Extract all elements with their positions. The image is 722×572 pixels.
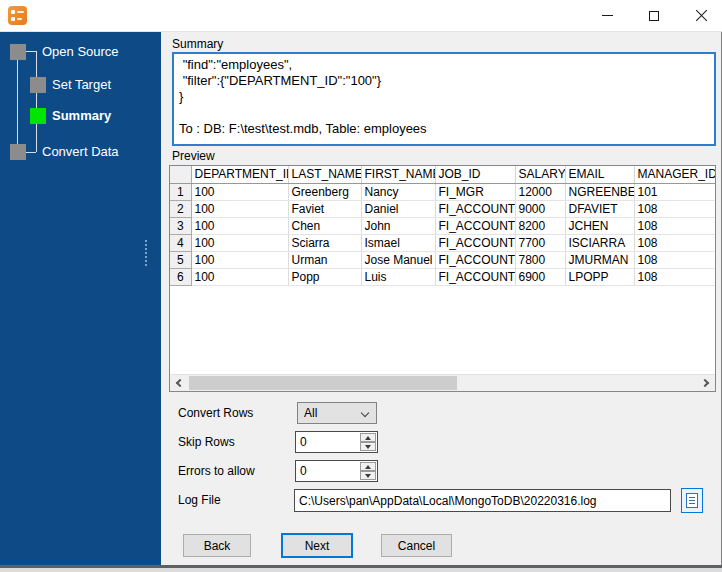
maximize-button[interactable] (637, 0, 671, 31)
preview-grid[interactable]: DEPARTMENT_IDLAST_NAMEFIRST_NAMEJOB_IDSA… (169, 165, 716, 392)
app-icon-detail (11, 10, 15, 14)
row-number: 6 (170, 268, 191, 285)
skip-rows-stepper (295, 431, 378, 453)
errors-increment-button[interactable] (360, 462, 376, 471)
cell: DFAVIET (565, 200, 634, 217)
step-indicator-open-source (10, 44, 26, 60)
scrollbar-thumb[interactable] (189, 376, 457, 390)
summary-section-label: Summary (172, 37, 223, 51)
cell: 108 (634, 268, 716, 285)
skip-rows-label: Skip Rows (178, 431, 235, 453)
step-connector-line (26, 152, 36, 153)
horizontal-scrollbar[interactable] (170, 374, 715, 391)
cell: Daniel (361, 200, 435, 217)
cell: 6900 (515, 268, 565, 285)
cell: Urman (288, 251, 361, 268)
errors-decrement-button[interactable] (360, 471, 376, 480)
row-number: 2 (170, 200, 191, 217)
cell: Sciarra (288, 234, 361, 251)
app-icon-detail (11, 17, 15, 21)
wizard-sidebar: Open Source Set Target Summary Convert D… (0, 32, 161, 565)
cell: FI_ACCOUNT (435, 251, 515, 268)
scroll-right-button[interactable] (698, 375, 715, 391)
step-label-set-target: Set Target (52, 77, 111, 93)
cell: 100 (191, 234, 288, 251)
preview-table: DEPARTMENT_IDLAST_NAMEFIRST_NAMEJOB_IDSA… (170, 166, 716, 286)
cell: John (361, 217, 435, 234)
scroll-left-button[interactable] (170, 375, 187, 391)
step-label-convert-data: Convert Data (42, 144, 119, 160)
cell: Faviet (288, 200, 361, 217)
skip-rows-input[interactable] (296, 432, 359, 452)
cell: 100 (191, 200, 288, 217)
log-file-input[interactable] (294, 489, 671, 512)
arrow-down-icon (365, 474, 371, 478)
summary-textbox[interactable]: "find":"employees", "filter":{"DEPARTMEN… (172, 52, 716, 146)
close-button[interactable] (684, 0, 718, 31)
summary-text: "find":"employees", "filter":{"DEPARTMEN… (179, 57, 709, 137)
cell: 100 (191, 183, 288, 200)
cell: 108 (634, 251, 716, 268)
app-window: Open Source Set Target Summary Convert D… (0, 0, 722, 572)
cell: FI_MGR (435, 183, 515, 200)
skip-rows-decrement-button[interactable] (360, 442, 376, 451)
maximize-icon (649, 11, 659, 21)
convert-rows-dropdown[interactable]: All (297, 402, 377, 424)
column-header[interactable]: LAST_NAME (288, 166, 361, 183)
step-connector-line (17, 60, 18, 144)
cell: JMURMAN (565, 251, 634, 268)
table-row[interactable]: 4100SciarraIsmaelFI_ACCOUNT7700ISCIARRA1… (170, 234, 716, 251)
cell: FI_ACCOUNT (435, 217, 515, 234)
cell: Nancy (361, 183, 435, 200)
window-bottom-edge-light (0, 568, 722, 572)
step-indicator-convert-data (10, 144, 26, 160)
back-button[interactable]: Back (183, 534, 251, 557)
cell: 12000 (515, 183, 565, 200)
skip-rows-increment-button[interactable] (360, 433, 376, 442)
log-file-browse-button[interactable] (681, 488, 703, 513)
column-header[interactable]: DEPARTMENT_ID (191, 166, 288, 183)
arrow-up-icon (365, 436, 371, 440)
cell: Luis (361, 268, 435, 285)
column-header[interactable]: FIRST_NAME (361, 166, 435, 183)
table-row[interactable]: 5100UrmanJose ManuelFI_ACCOUNT7800JMURMA… (170, 251, 716, 268)
step-label-open-source: Open Source (42, 44, 119, 60)
cell: Greenberg (288, 183, 361, 200)
row-number: 5 (170, 251, 191, 268)
table-row[interactable]: 1100GreenbergNancyFI_MGR12000NGREENBE101 (170, 183, 716, 200)
minimize-button[interactable] (590, 0, 624, 31)
column-header[interactable]: MANAGER_ID (634, 166, 716, 183)
errors-to-allow-label: Errors to allow (178, 460, 255, 482)
cell: 108 (634, 217, 716, 234)
cell: FI_ACCOUNT (435, 234, 515, 251)
cell: 100 (191, 268, 288, 285)
cell: JCHEN (565, 217, 634, 234)
table-row[interactable]: 2100FavietDanielFI_ACCOUNT9000DFAVIET108 (170, 200, 716, 217)
app-icon-detail (17, 11, 24, 13)
cancel-button[interactable]: Cancel (381, 534, 452, 557)
app-icon-detail (17, 18, 22, 20)
sidebar-splitter-grip[interactable] (145, 240, 147, 266)
column-header[interactable]: JOB_ID (435, 166, 515, 183)
table-row[interactable]: 3100ChenJohnFI_ACCOUNT8200JCHEN108 (170, 217, 716, 234)
chevron-down-icon (361, 409, 369, 417)
next-button[interactable]: Next (281, 533, 353, 558)
table-row[interactable]: 6100PoppLuisFI_ACCOUNT6900LPOPP108 (170, 268, 716, 285)
cell: 8200 (515, 217, 565, 234)
close-icon (695, 9, 708, 22)
log-file-label: Log File (178, 489, 221, 512)
row-number-header (170, 166, 191, 183)
step-indicator-set-target (30, 77, 46, 93)
column-header[interactable]: EMAIL (565, 166, 634, 183)
errors-to-allow-input[interactable] (296, 461, 359, 481)
cell: 101 (634, 183, 716, 200)
cell: 108 (634, 234, 716, 251)
cell: ISCIARRA (565, 234, 634, 251)
cell: 100 (191, 251, 288, 268)
cell: 7800 (515, 251, 565, 268)
minimize-icon (602, 15, 613, 16)
column-header[interactable]: SALARY (515, 166, 565, 183)
chevron-right-icon (701, 379, 709, 387)
cell: Jose Manuel (361, 251, 435, 268)
cell: FI_ACCOUNT (435, 268, 515, 285)
